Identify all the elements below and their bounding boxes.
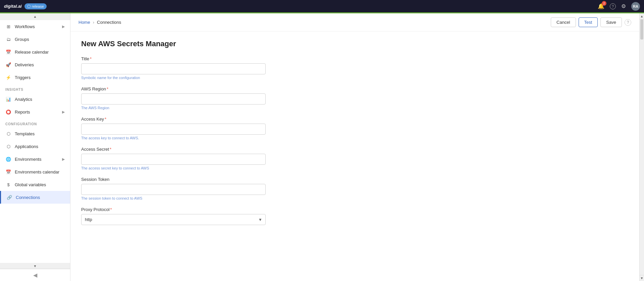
breadcrumb-home-link[interactable]: Home — [78, 20, 90, 25]
product-icon: ⬡ — [27, 4, 31, 9]
workflows-icon: ⊞ — [5, 23, 11, 29]
top-nav-actions: 🔔 2 ? ⚙ RA — [598, 2, 640, 11]
sidebar-item-label: Environments calendar — [15, 169, 59, 174]
sidebar-scroll-down[interactable]: ▼ — [0, 263, 70, 269]
form-group-proxy-protocol: Proxy Protocol* http https none ▼ — [81, 207, 629, 225]
calendar-icon: 📅 — [5, 49, 11, 55]
bolt-icon: ⚡ — [5, 74, 11, 80]
access-key-input[interactable] — [81, 124, 266, 135]
scroll-track — [640, 19, 644, 275]
title-label: Title* — [81, 56, 629, 61]
config-section-label: CONFIGURATION — [0, 118, 70, 127]
environments-icon: 🌐 — [5, 156, 11, 162]
sidebar-item-label: Triggers — [15, 75, 31, 80]
form-group-aws-region: AWS Region* The AWS Region — [81, 86, 629, 110]
sidebar-item-environments-calendar[interactable]: 📅 Environments calendar — [0, 165, 70, 178]
templates-icon: ⬡ — [5, 131, 11, 137]
sidebar-item-label: Global variables — [15, 182, 46, 187]
form-title: New AWS Secrets Manager — [81, 40, 629, 48]
form-group-title: Title* Symbolic name for the configurati… — [81, 56, 629, 80]
collapse-icon: ◀ — [33, 272, 37, 278]
main-content-area: Home › Connections Cancel Test Save ? Ne… — [70, 13, 639, 281]
form-group-access-key: Access Key* The access key to connect to… — [81, 117, 629, 140]
sidebar-item-label: Templates — [15, 131, 35, 136]
session-token-input[interactable] — [81, 184, 266, 195]
sidebar-item-label: Analytics — [15, 97, 32, 102]
rocket-icon: 🚀 — [5, 62, 11, 68]
sidebar-scroll-up[interactable]: ▲ — [0, 13, 70, 20]
save-button[interactable]: Save — [600, 17, 622, 27]
user-avatar[interactable]: RA — [631, 2, 640, 11]
breadcrumb-bar: Home › Connections Cancel Test Save ? — [70, 13, 639, 31]
session-token-hint: The session token to connect to AWS — [81, 196, 629, 200]
sidebar-item-groups[interactable]: 🗂 Groups — [0, 33, 70, 46]
reports-icon: ⭕ — [5, 109, 11, 115]
sidebar-item-label: Environments — [15, 157, 41, 162]
session-token-label: Session Token — [81, 177, 629, 182]
brand-area: digital.ai ⬡ release — [4, 3, 47, 9]
sidebar-item-environments[interactable]: 🌐 Environments ▶ — [0, 153, 70, 165]
sidebar-item-templates[interactable]: ⬡ Templates — [0, 127, 70, 140]
cancel-button[interactable]: Cancel — [551, 17, 576, 27]
product-name: release — [32, 4, 44, 8]
settings-button[interactable]: ⚙ — [621, 3, 626, 9]
access-secret-label: Access Secret* — [81, 147, 629, 152]
notifications-button[interactable]: 🔔 2 — [598, 3, 604, 9]
chevron-right-icon: ▶ — [62, 110, 65, 114]
proxy-protocol-label: Proxy Protocol* — [81, 207, 629, 212]
sidebar-item-label: Groups — [15, 37, 29, 42]
chevron-right-icon: ▶ — [62, 24, 65, 29]
sidebar-item-reports[interactable]: ⭕ Reports ▶ — [0, 106, 70, 118]
access-key-label: Access Key* — [81, 117, 629, 122]
notification-count: 2 — [602, 1, 606, 6]
sidebar-item-analytics[interactable]: 📊 Analytics — [0, 93, 70, 106]
title-hint: Symbolic name for the configuration — [81, 76, 629, 80]
connections-icon: 🔗 — [6, 194, 12, 200]
sidebar-item-label: Release calendar — [15, 50, 49, 55]
main-layout: ▲ ⊞ Workflows ▶ 🗂 Groups 📅 Release calen… — [0, 13, 644, 281]
gear-icon: ⚙ — [621, 3, 626, 9]
aws-region-input[interactable] — [81, 93, 266, 104]
sidebar-collapse-button[interactable]: ◀ — [0, 269, 70, 281]
sidebar-item-triggers[interactable]: ⚡ Triggers — [0, 71, 70, 84]
breadcrumb-current: Connections — [97, 20, 121, 25]
sidebar-item-label: Connections — [16, 195, 40, 200]
proxy-protocol-select[interactable]: http https none — [81, 214, 266, 225]
sidebar-item-label: Reports — [15, 110, 30, 115]
sidebar-item-label: Workflows — [15, 24, 35, 29]
access-secret-hint: The access secret key to connect to AWS — [81, 166, 629, 170]
insights-section-label: INSIGHTS — [0, 84, 70, 93]
help-circle-button[interactable]: ? — [625, 19, 631, 26]
aws-region-hint: The AWS Region — [81, 106, 629, 110]
form-group-access-secret: Access Secret* The access secret key to … — [81, 147, 629, 170]
sidebar: ▲ ⊞ Workflows ▶ 🗂 Groups 📅 Release calen… — [0, 13, 70, 281]
sidebar-item-connections[interactable]: 🔗 Connections — [0, 191, 70, 204]
test-button[interactable]: Test — [579, 17, 598, 27]
sidebar-item-deliveries[interactable]: 🚀 Deliveries — [0, 58, 70, 71]
form-content: New AWS Secrets Manager Title* Symbolic … — [70, 31, 639, 281]
help-icon: ? — [610, 3, 616, 9]
sidebar-item-label: Applications — [15, 144, 38, 149]
groups-icon: 🗂 — [5, 36, 11, 42]
title-input[interactable] — [81, 63, 266, 74]
breadcrumb: Home › Connections — [78, 20, 121, 25]
help-circle-icon: ? — [625, 19, 631, 26]
sidebar-item-release-calendar[interactable]: 📅 Release calendar — [0, 46, 70, 58]
sidebar-item-applications[interactable]: ⬡ Applications — [0, 140, 70, 153]
help-button[interactable]: ? — [610, 3, 616, 9]
scroll-thumb — [640, 19, 643, 40]
product-badge: ⬡ release — [24, 3, 47, 9]
applications-icon: ⬡ — [5, 143, 11, 149]
top-navigation: digital.ai ⬡ release 🔔 2 ? ⚙ RA — [0, 0, 644, 13]
global-vars-icon: $ — [5, 182, 11, 188]
access-secret-input[interactable] — [81, 154, 266, 165]
analytics-icon: 📊 — [5, 96, 11, 102]
breadcrumb-separator: › — [93, 20, 94, 25]
proxy-protocol-select-wrapper: http https none ▼ — [81, 214, 266, 225]
form-group-session-token: Session Token The session token to conne… — [81, 177, 629, 200]
sidebar-item-workflows[interactable]: ⊞ Workflows ▶ — [0, 20, 70, 33]
scroll-up-arrow[interactable]: ▲ — [640, 13, 644, 19]
sidebar-item-global-variables[interactable]: $ Global variables — [0, 178, 70, 191]
access-key-hint: The access key to connect to AWS. — [81, 136, 629, 140]
scroll-down-arrow[interactable]: ▼ — [640, 275, 644, 281]
